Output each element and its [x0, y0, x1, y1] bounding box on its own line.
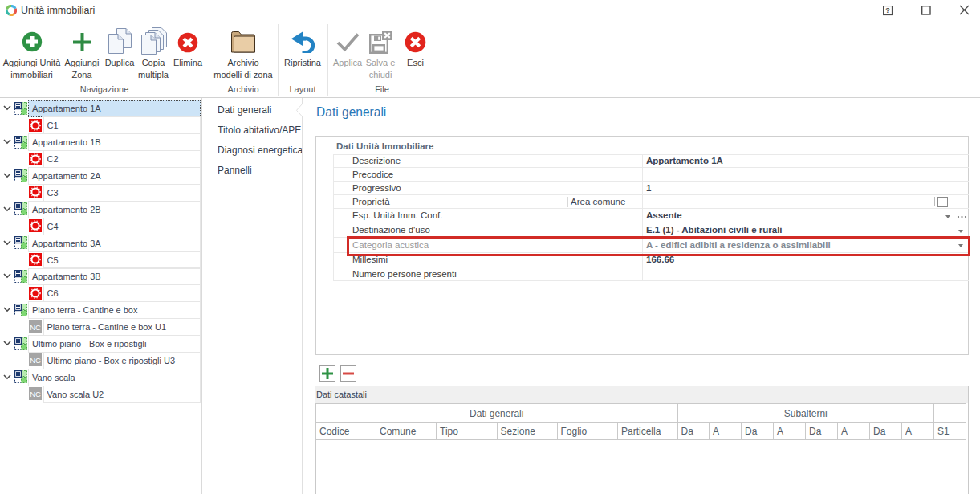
- svg-text:NC: NC: [30, 390, 41, 398]
- svg-text:NC: NC: [30, 322, 41, 331]
- svg-text:?: ?: [885, 6, 890, 14]
- svg-text:NC: NC: [30, 356, 41, 365]
